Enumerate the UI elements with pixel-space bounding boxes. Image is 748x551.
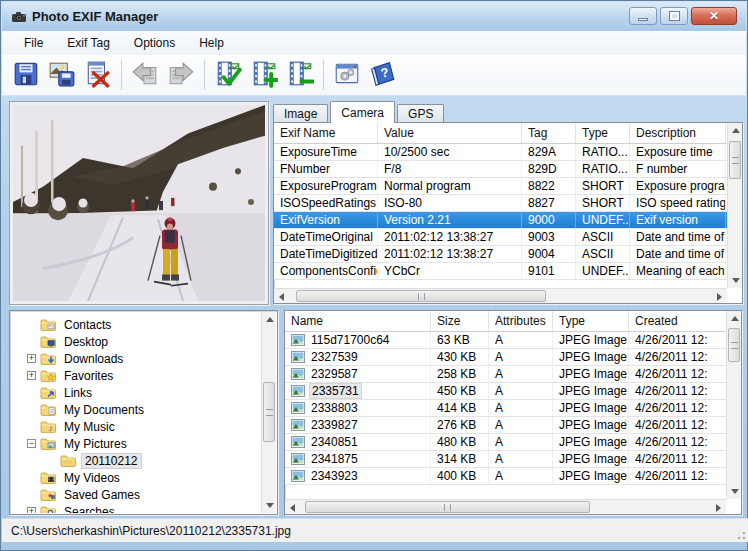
column-header-description[interactable]: Description (630, 123, 726, 143)
add-exif-tag-button[interactable] (246, 57, 282, 93)
tree-expander[interactable]: + (27, 507, 36, 513)
column-header-type[interactable]: Type (576, 123, 630, 143)
scroll-down-arrow[interactable] (727, 484, 742, 499)
close-button[interactable]: ✕ (691, 7, 737, 25)
save-exif-button[interactable] (8, 57, 44, 93)
file-cell-type: JPEG Image (553, 332, 629, 348)
tree-item-desktop[interactable]: Desktop (11, 333, 261, 350)
column-header-size[interactable]: Size (431, 311, 489, 331)
tree-expander[interactable]: + (27, 371, 36, 380)
file-row[interactable]: 115d71700c6463 KBAJPEG Image4/26/2011 12… (285, 332, 726, 349)
file-row[interactable]: 2341875314 KBAJPEG Image4/26/2011 12: (285, 451, 726, 468)
tree-expander[interactable]: − (27, 439, 36, 448)
tree-item-my-music[interactable]: ♪My Music (11, 418, 261, 435)
exif-row[interactable]: ExifVersionVersion 2.219000UNDEF...Exif … (274, 212, 727, 229)
scroll-thumb[interactable] (728, 328, 740, 362)
file-cell-created: 4/26/2011 12: (629, 383, 726, 399)
tree-item-label: Saved Games (61, 488, 143, 502)
scroll-down-arrow[interactable] (728, 273, 743, 288)
column-header-name[interactable]: Name (285, 311, 431, 331)
file-cell-attributes: A (489, 383, 553, 399)
exif-cell: DateTimeDigitized (274, 246, 378, 262)
status-bar: C:\Users\cherkashin\Pictures\20110212\23… (2, 518, 748, 542)
tab-image[interactable]: Image (273, 104, 328, 123)
exif-horizontal-scrollbar[interactable] (274, 288, 727, 303)
delete-exif-button[interactable] (80, 57, 116, 93)
files-vertical-scrollbar[interactable] (726, 311, 741, 499)
tree-item-saved-games[interactable]: Saved Games (11, 486, 261, 503)
scroll-up-arrow[interactable] (262, 312, 277, 327)
tree-item-contacts[interactable]: Contacts (11, 316, 261, 333)
column-header-exif-name[interactable]: Exif Name (274, 123, 378, 143)
options-button[interactable] (329, 57, 365, 93)
validate-exif-tags-button[interactable] (210, 57, 246, 93)
exif-vertical-scrollbar[interactable] (727, 123, 742, 288)
tree-item-20110212[interactable]: 20110212 (11, 452, 261, 469)
exif-row[interactable]: ExposureProgramNormal program8822SHORTEx… (274, 178, 727, 195)
column-header-type[interactable]: Type (553, 311, 629, 331)
menu-options[interactable]: Options (122, 33, 187, 53)
tree-item-favorites[interactable]: +Favorites (11, 367, 261, 384)
exif-row[interactable]: DateTimeOriginal2011:02:12 13:38:279003A… (274, 229, 727, 246)
tree-item-searches[interactable]: +Searches (11, 503, 261, 513)
prev-image-icon (131, 60, 159, 91)
file-row[interactable]: 2338803414 KBAJPEG Image4/26/2011 12: (285, 400, 726, 417)
scroll-left-arrow[interactable] (285, 500, 300, 515)
videos-folder-icon (40, 471, 57, 485)
file-row[interactable]: 2327539430 KBAJPEG Image4/26/2011 12: (285, 349, 726, 366)
scroll-thumb[interactable] (305, 501, 590, 513)
maximize-button[interactable] (660, 7, 688, 25)
plain-folder-icon (60, 454, 77, 468)
exif-row[interactable]: DateTimeDigitized2011:02:12 13:38:279004… (274, 246, 727, 263)
file-row[interactable]: 2335731450 KBAJPEG Image4/26/2011 12: (285, 383, 726, 400)
file-row[interactable]: 2339827276 KBAJPEG Image4/26/2011 12: (285, 417, 726, 434)
tree-item-links[interactable]: Links (11, 384, 261, 401)
scroll-thumb[interactable] (729, 141, 741, 179)
file-row[interactable]: 2343923400 KBAJPEG Image4/26/2011 12: (285, 468, 726, 485)
exif-cell: 9004 (522, 246, 576, 262)
resize-grip[interactable] (733, 527, 746, 540)
minimize-button[interactable] (629, 7, 657, 25)
exif-cell: UNDEF... (576, 263, 630, 279)
save-image-button[interactable] (44, 57, 80, 93)
exif-row[interactable]: ComponentsConfig...YCbCr9101UNDEF...Mean… (274, 263, 727, 280)
scroll-up-arrow[interactable] (727, 311, 742, 326)
exif-cell: ExposureProgram (274, 178, 378, 194)
exif-cell: 829A (522, 144, 576, 160)
file-name: 115d71700c64 (309, 333, 392, 347)
file-cell-size: 314 KB (431, 451, 489, 467)
scroll-left-arrow[interactable] (274, 289, 289, 304)
column-header-created[interactable]: Created (629, 311, 726, 331)
tree-item-my-documents[interactable]: My Documents (11, 401, 261, 418)
scroll-right-arrow[interactable] (712, 289, 727, 304)
files-horizontal-scrollbar[interactable] (285, 499, 726, 514)
tree-vertical-scrollbar[interactable] (261, 312, 276, 513)
tab-camera[interactable]: Camera (330, 101, 395, 123)
file-row[interactable]: 2329587258 KBAJPEG Image4/26/2011 12: (285, 366, 726, 383)
exif-cell: SHORT (576, 178, 630, 194)
tree-item-my-videos[interactable]: My Videos (11, 469, 261, 486)
title-bar[interactable]: Photo EXIF Manager ✕ (2, 2, 746, 31)
tree-item-my-pictures[interactable]: −My Pictures (11, 435, 261, 452)
column-header-value[interactable]: Value (378, 123, 522, 143)
exif-row[interactable]: FNumberF/8829DRATIO...F number (274, 161, 727, 178)
file-cell-name: 2343923 (285, 468, 431, 484)
menu-file[interactable]: File (12, 33, 55, 53)
exif-row[interactable]: ISOSpeedRatingsISO-808827SHORTISO speed … (274, 195, 727, 212)
tab-gps[interactable]: GPS (397, 104, 444, 123)
remove-exif-tag-button[interactable] (282, 57, 318, 93)
scroll-right-arrow[interactable] (711, 500, 726, 515)
scroll-thumb[interactable] (263, 382, 275, 442)
scroll-up-arrow[interactable] (728, 123, 743, 138)
file-row[interactable]: 2340851480 KBAJPEG Image4/26/2011 12: (285, 434, 726, 451)
exif-row[interactable]: ExposureTime10/2500 sec829ARATIO...Expos… (274, 144, 727, 161)
column-header-tag[interactable]: Tag (522, 123, 576, 143)
scroll-thumb[interactable] (296, 290, 546, 302)
menu-help[interactable]: Help (187, 33, 236, 53)
menu-exif-tag[interactable]: Exif Tag (55, 33, 121, 53)
tree-expander[interactable]: + (27, 354, 36, 363)
scroll-down-arrow[interactable] (262, 498, 277, 513)
column-header-attributes[interactable]: Attributes (489, 311, 553, 331)
help-button[interactable]: ? (365, 57, 401, 93)
tree-item-downloads[interactable]: +Downloads (11, 350, 261, 367)
